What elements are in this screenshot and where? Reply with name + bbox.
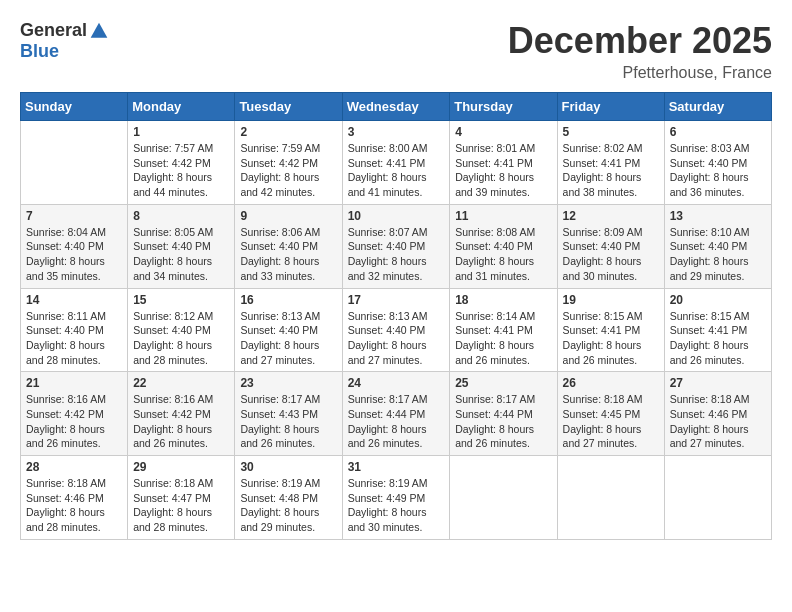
cell-content: Sunrise: 8:16 AM Sunset: 4:42 PM Dayligh…: [133, 392, 229, 451]
cell-content: Sunrise: 8:08 AM Sunset: 4:40 PM Dayligh…: [455, 225, 551, 284]
column-header-tuesday: Tuesday: [235, 93, 342, 121]
calendar-cell: 9Sunrise: 8:06 AM Sunset: 4:40 PM Daylig…: [235, 204, 342, 288]
calendar-cell: 30Sunrise: 8:19 AM Sunset: 4:48 PM Dayli…: [235, 456, 342, 540]
day-number: 30: [240, 460, 336, 474]
calendar-cell: 6Sunrise: 8:03 AM Sunset: 4:40 PM Daylig…: [664, 121, 771, 205]
calendar-cell: 1Sunrise: 7:57 AM Sunset: 4:42 PM Daylig…: [128, 121, 235, 205]
calendar-cell: 13Sunrise: 8:10 AM Sunset: 4:40 PM Dayli…: [664, 204, 771, 288]
column-header-monday: Monday: [128, 93, 235, 121]
calendar-cell: 31Sunrise: 8:19 AM Sunset: 4:49 PM Dayli…: [342, 456, 450, 540]
calendar-table: SundayMondayTuesdayWednesdayThursdayFrid…: [20, 92, 772, 540]
day-number: 13: [670, 209, 766, 223]
column-header-wednesday: Wednesday: [342, 93, 450, 121]
day-number: 4: [455, 125, 551, 139]
column-header-friday: Friday: [557, 93, 664, 121]
cell-content: Sunrise: 8:18 AM Sunset: 4:45 PM Dayligh…: [563, 392, 659, 451]
day-number: 14: [26, 293, 122, 307]
cell-content: Sunrise: 7:59 AM Sunset: 4:42 PM Dayligh…: [240, 141, 336, 200]
day-number: 18: [455, 293, 551, 307]
day-number: 26: [563, 376, 659, 390]
day-number: 21: [26, 376, 122, 390]
cell-content: Sunrise: 8:18 AM Sunset: 4:47 PM Dayligh…: [133, 476, 229, 535]
cell-content: Sunrise: 8:11 AM Sunset: 4:40 PM Dayligh…: [26, 309, 122, 368]
calendar-cell: 2Sunrise: 7:59 AM Sunset: 4:42 PM Daylig…: [235, 121, 342, 205]
calendar-cell: 15Sunrise: 8:12 AM Sunset: 4:40 PM Dayli…: [128, 288, 235, 372]
calendar-cell: 17Sunrise: 8:13 AM Sunset: 4:40 PM Dayli…: [342, 288, 450, 372]
day-number: 29: [133, 460, 229, 474]
title-block: December 2025 Pfetterhouse, France: [508, 20, 772, 82]
day-number: 6: [670, 125, 766, 139]
cell-content: Sunrise: 8:06 AM Sunset: 4:40 PM Dayligh…: [240, 225, 336, 284]
month-title: December 2025: [508, 20, 772, 62]
calendar-cell: 14Sunrise: 8:11 AM Sunset: 4:40 PM Dayli…: [21, 288, 128, 372]
calendar-cell: 18Sunrise: 8:14 AM Sunset: 4:41 PM Dayli…: [450, 288, 557, 372]
cell-content: Sunrise: 8:15 AM Sunset: 4:41 PM Dayligh…: [670, 309, 766, 368]
calendar-cell: 29Sunrise: 8:18 AM Sunset: 4:47 PM Dayli…: [128, 456, 235, 540]
day-number: 11: [455, 209, 551, 223]
day-number: 7: [26, 209, 122, 223]
day-number: 27: [670, 376, 766, 390]
calendar-cell: 19Sunrise: 8:15 AM Sunset: 4:41 PM Dayli…: [557, 288, 664, 372]
logo-icon: [89, 21, 109, 41]
cell-content: Sunrise: 8:17 AM Sunset: 4:43 PM Dayligh…: [240, 392, 336, 451]
cell-content: Sunrise: 8:17 AM Sunset: 4:44 PM Dayligh…: [348, 392, 445, 451]
cell-content: Sunrise: 7:57 AM Sunset: 4:42 PM Dayligh…: [133, 141, 229, 200]
cell-content: Sunrise: 8:19 AM Sunset: 4:48 PM Dayligh…: [240, 476, 336, 535]
svg-marker-0: [91, 22, 108, 37]
calendar-cell: 10Sunrise: 8:07 AM Sunset: 4:40 PM Dayli…: [342, 204, 450, 288]
cell-content: Sunrise: 8:19 AM Sunset: 4:49 PM Dayligh…: [348, 476, 445, 535]
logo: General Blue: [20, 20, 109, 62]
calendar-cell: 5Sunrise: 8:02 AM Sunset: 4:41 PM Daylig…: [557, 121, 664, 205]
calendar-cell: 8Sunrise: 8:05 AM Sunset: 4:40 PM Daylig…: [128, 204, 235, 288]
day-number: 22: [133, 376, 229, 390]
calendar-week-row: 14Sunrise: 8:11 AM Sunset: 4:40 PM Dayli…: [21, 288, 772, 372]
cell-content: Sunrise: 8:18 AM Sunset: 4:46 PM Dayligh…: [670, 392, 766, 451]
calendar-cell: 4Sunrise: 8:01 AM Sunset: 4:41 PM Daylig…: [450, 121, 557, 205]
calendar-cell: 12Sunrise: 8:09 AM Sunset: 4:40 PM Dayli…: [557, 204, 664, 288]
cell-content: Sunrise: 8:04 AM Sunset: 4:40 PM Dayligh…: [26, 225, 122, 284]
cell-content: Sunrise: 8:14 AM Sunset: 4:41 PM Dayligh…: [455, 309, 551, 368]
cell-content: Sunrise: 8:00 AM Sunset: 4:41 PM Dayligh…: [348, 141, 445, 200]
calendar-cell: 26Sunrise: 8:18 AM Sunset: 4:45 PM Dayli…: [557, 372, 664, 456]
cell-content: Sunrise: 8:13 AM Sunset: 4:40 PM Dayligh…: [348, 309, 445, 368]
day-number: 9: [240, 209, 336, 223]
cell-content: Sunrise: 8:13 AM Sunset: 4:40 PM Dayligh…: [240, 309, 336, 368]
column-header-saturday: Saturday: [664, 93, 771, 121]
day-number: 28: [26, 460, 122, 474]
cell-content: Sunrise: 8:15 AM Sunset: 4:41 PM Dayligh…: [563, 309, 659, 368]
column-header-sunday: Sunday: [21, 93, 128, 121]
calendar-cell: 21Sunrise: 8:16 AM Sunset: 4:42 PM Dayli…: [21, 372, 128, 456]
calendar-cell: [664, 456, 771, 540]
calendar-cell: 25Sunrise: 8:17 AM Sunset: 4:44 PM Dayli…: [450, 372, 557, 456]
calendar-cell: 16Sunrise: 8:13 AM Sunset: 4:40 PM Dayli…: [235, 288, 342, 372]
logo-general-text: General: [20, 20, 87, 41]
calendar-cell: [450, 456, 557, 540]
day-number: 25: [455, 376, 551, 390]
calendar-cell: 11Sunrise: 8:08 AM Sunset: 4:40 PM Dayli…: [450, 204, 557, 288]
day-number: 5: [563, 125, 659, 139]
day-number: 2: [240, 125, 336, 139]
cell-content: Sunrise: 8:10 AM Sunset: 4:40 PM Dayligh…: [670, 225, 766, 284]
cell-content: Sunrise: 8:16 AM Sunset: 4:42 PM Dayligh…: [26, 392, 122, 451]
day-number: 23: [240, 376, 336, 390]
cell-content: Sunrise: 8:02 AM Sunset: 4:41 PM Dayligh…: [563, 141, 659, 200]
day-number: 19: [563, 293, 659, 307]
cell-content: Sunrise: 8:09 AM Sunset: 4:40 PM Dayligh…: [563, 225, 659, 284]
page-header: General Blue December 2025 Pfetterhouse,…: [20, 20, 772, 82]
cell-content: Sunrise: 8:03 AM Sunset: 4:40 PM Dayligh…: [670, 141, 766, 200]
day-number: 10: [348, 209, 445, 223]
cell-content: Sunrise: 8:12 AM Sunset: 4:40 PM Dayligh…: [133, 309, 229, 368]
cell-content: Sunrise: 8:07 AM Sunset: 4:40 PM Dayligh…: [348, 225, 445, 284]
day-number: 24: [348, 376, 445, 390]
calendar-cell: 23Sunrise: 8:17 AM Sunset: 4:43 PM Dayli…: [235, 372, 342, 456]
calendar-cell: 28Sunrise: 8:18 AM Sunset: 4:46 PM Dayli…: [21, 456, 128, 540]
calendar-cell: 3Sunrise: 8:00 AM Sunset: 4:41 PM Daylig…: [342, 121, 450, 205]
day-number: 15: [133, 293, 229, 307]
day-number: 1: [133, 125, 229, 139]
day-number: 3: [348, 125, 445, 139]
day-number: 20: [670, 293, 766, 307]
cell-content: Sunrise: 8:18 AM Sunset: 4:46 PM Dayligh…: [26, 476, 122, 535]
day-number: 17: [348, 293, 445, 307]
calendar-cell: 7Sunrise: 8:04 AM Sunset: 4:40 PM Daylig…: [21, 204, 128, 288]
calendar-cell: 20Sunrise: 8:15 AM Sunset: 4:41 PM Dayli…: [664, 288, 771, 372]
